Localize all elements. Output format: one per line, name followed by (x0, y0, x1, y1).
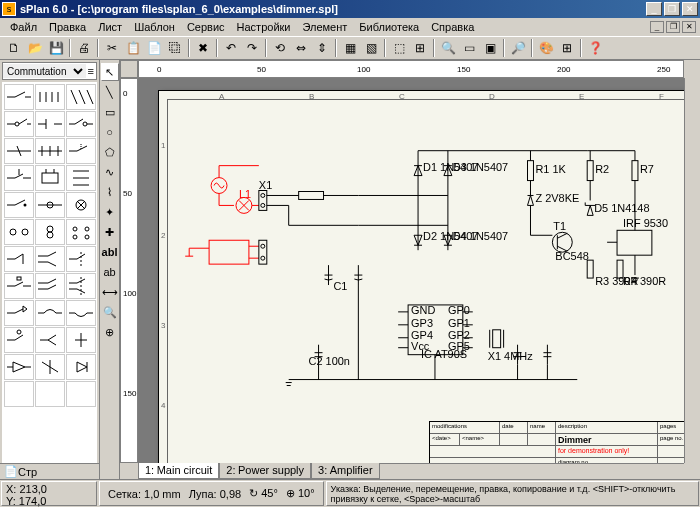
zoom-fit-button[interactable]: 🔍 (438, 38, 458, 58)
lib-symbol[interactable] (66, 111, 96, 137)
lib-symbol[interactable] (4, 138, 34, 164)
find-button[interactable]: 🔎 (508, 38, 528, 58)
tool-dimension[interactable]: ⟷ (101, 283, 119, 301)
lib-symbol[interactable] (4, 192, 34, 218)
lib-symbol[interactable] (4, 354, 34, 380)
group-button[interactable]: ⬚ (389, 38, 409, 58)
tool-circle[interactable]: ○ (101, 123, 119, 141)
close-button[interactable]: ✕ (682, 2, 698, 16)
tool-curve[interactable]: ∿ (101, 163, 119, 181)
help-button[interactable]: ❓ (585, 38, 605, 58)
front-button[interactable]: ▦ (340, 38, 360, 58)
tool-bezier[interactable]: ⌇ (101, 183, 119, 201)
sheet-tab-1[interactable]: 1: Main circuit (138, 463, 219, 479)
tool-node[interactable]: ✚ (101, 223, 119, 241)
save-button[interactable]: 💾 (46, 38, 66, 58)
zoom-page-button[interactable]: ▭ (459, 38, 479, 58)
lib-symbol[interactable] (35, 354, 65, 380)
lib-symbol[interactable] (66, 300, 96, 326)
tool-text[interactable]: abl (101, 243, 119, 261)
lib-symbol[interactable] (66, 192, 96, 218)
library-category-select[interactable]: Commutation (3, 64, 86, 78)
lib-symbol[interactable] (66, 219, 96, 245)
lib-symbol[interactable] (4, 84, 34, 110)
menu-template[interactable]: Шаблон (128, 19, 181, 35)
lib-symbol[interactable] (4, 327, 34, 353)
lib-symbol[interactable] (35, 84, 65, 110)
colors-button[interactable]: 🎨 (536, 38, 556, 58)
lib-symbol[interactable] (35, 138, 65, 164)
lib-symbol[interactable] (4, 219, 34, 245)
tool-rect[interactable]: ▭ (101, 103, 119, 121)
mirror-h-button[interactable]: ⇔ (291, 38, 311, 58)
lib-symbol[interactable] (66, 327, 96, 353)
canvas[interactable]: A B C D E F 1 2 3 4 (138, 78, 684, 463)
titlebar: s sPlan 6.0 - [c:\program files\splan_6_… (0, 0, 700, 18)
menu-library[interactable]: Библиотека (353, 19, 425, 35)
lib-symbol[interactable] (35, 273, 65, 299)
lib-symbol[interactable] (4, 165, 34, 191)
lib-symbol[interactable] (4, 246, 34, 272)
copy-button[interactable]: 📋 (123, 38, 143, 58)
menu-sheet[interactable]: Лист (92, 19, 128, 35)
lib-symbol[interactable] (4, 381, 34, 407)
lib-symbol[interactable] (66, 273, 96, 299)
lib-symbol[interactable] (35, 111, 65, 137)
paste-button[interactable]: 📄 (144, 38, 164, 58)
lib-symbol[interactable] (66, 138, 96, 164)
new-button[interactable]: 🗋 (4, 38, 24, 58)
lib-symbol[interactable] (35, 300, 65, 326)
lib-symbol[interactable] (66, 246, 96, 272)
tool-zoom[interactable]: 🔍 (101, 303, 119, 321)
lib-symbol[interactable] (4, 273, 34, 299)
lib-symbol[interactable] (4, 111, 34, 137)
lib-symbol[interactable] (35, 381, 65, 407)
mdi-close-button[interactable]: ✕ (682, 21, 696, 33)
lib-symbol[interactable] (66, 354, 96, 380)
menu-file[interactable]: Файл (4, 19, 43, 35)
open-button[interactable]: 📂 (25, 38, 45, 58)
lib-symbol[interactable] (66, 381, 96, 407)
zoom-all-button[interactable]: ▣ (480, 38, 500, 58)
menu-help[interactable]: Справка (425, 19, 480, 35)
grid-button[interactable]: ⊞ (557, 38, 577, 58)
menu-settings[interactable]: Настройки (231, 19, 297, 35)
tool-polygon[interactable]: ⬠ (101, 143, 119, 161)
tool-measure[interactable]: ⊕ (101, 323, 119, 341)
duplicate-button[interactable]: ⿻ (165, 38, 185, 58)
rotate-button[interactable]: ⟲ (270, 38, 290, 58)
library-expand-button[interactable]: ≡ (86, 65, 96, 77)
lib-symbol[interactable] (66, 165, 96, 191)
lib-symbol[interactable] (35, 327, 65, 353)
tool-special[interactable]: ✦ (101, 203, 119, 221)
mdi-restore-button[interactable]: ❐ (666, 21, 680, 33)
undo-button[interactable]: ↶ (221, 38, 241, 58)
minimize-button[interactable]: _ (646, 2, 662, 16)
horizontal-scrollbar[interactable] (380, 463, 684, 479)
ungroup-button[interactable]: ⊞ (410, 38, 430, 58)
menu-edit[interactable]: Правка (43, 19, 92, 35)
lib-symbol[interactable] (4, 300, 34, 326)
tool-label[interactable]: ab (101, 263, 119, 281)
mdi-minimize-button[interactable]: _ (650, 21, 664, 33)
mirror-v-button[interactable]: ⇕ (312, 38, 332, 58)
lib-symbol[interactable] (35, 165, 65, 191)
tool-line[interactable]: ╲ (101, 83, 119, 101)
print-button[interactable]: 🖨 (74, 38, 94, 58)
maximize-button[interactable]: ❐ (664, 2, 680, 16)
tool-pointer[interactable]: ↖ (101, 63, 119, 81)
delete-button[interactable]: ✖ (193, 38, 213, 58)
lib-symbol[interactable] (35, 192, 65, 218)
lib-symbol[interactable] (35, 219, 65, 245)
sheet-tab-3[interactable]: 3: Amplifier (311, 463, 380, 479)
back-button[interactable]: ▧ (361, 38, 381, 58)
lib-symbol[interactable] (66, 84, 96, 110)
menu-element[interactable]: Элемент (296, 19, 353, 35)
cut-button[interactable]: ✂ (102, 38, 122, 58)
menu-service[interactable]: Сервис (181, 19, 231, 35)
svg-line-18 (75, 119, 83, 124)
sheet-tab-2[interactable]: 2: Power supply (219, 463, 311, 479)
redo-button[interactable]: ↷ (242, 38, 262, 58)
vertical-scrollbar[interactable] (684, 78, 700, 463)
lib-symbol[interactable] (35, 246, 65, 272)
